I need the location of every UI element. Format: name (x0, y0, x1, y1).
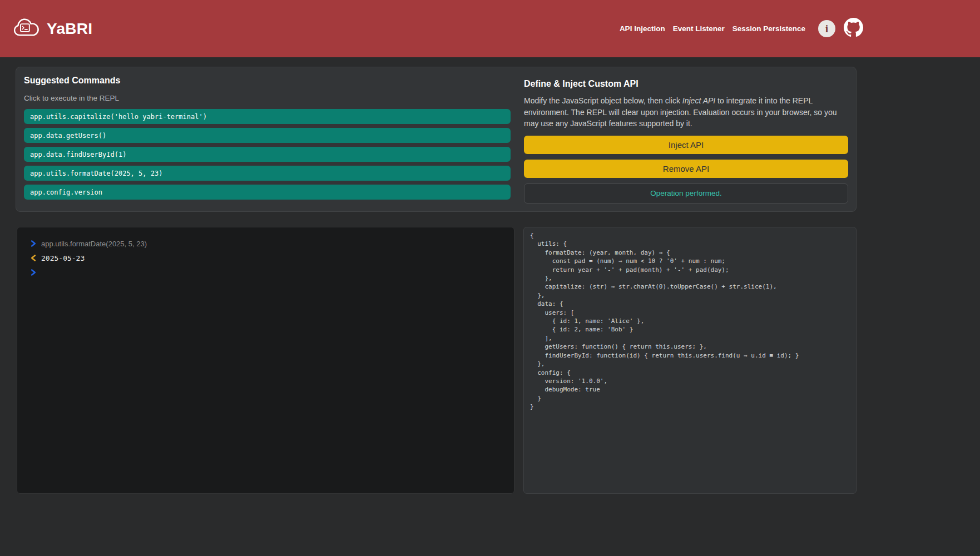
repl-terminal[interactable]: app.utils.formatDate(2025, 5, 23) 2025-0… (17, 227, 514, 494)
command-button-find-user[interactable]: app.data.findUserById(1) (24, 147, 511, 162)
suggested-commands-subtitle: Click to execute in the REPL (24, 93, 511, 104)
command-button-capitalize[interactable]: app.utils.capitalize('hello yabri-termin… (24, 109, 511, 124)
github-icon (844, 18, 863, 39)
command-button-format-date[interactable]: app.utils.formatDate(2025, 5, 23) (24, 166, 511, 181)
command-list: app.utils.capitalize('hello yabri-termin… (24, 109, 511, 200)
repl-result-text: 2025-05-23 (41, 254, 85, 262)
suggested-commands-title: Suggested Commands (24, 75, 511, 86)
code-line[interactable]: return year + '-' + pad(month) + '-' + p… (530, 266, 850, 274)
app-header: YaBRI API Injection Event Listener Sessi… (0, 0, 980, 57)
command-button-version[interactable]: app.config.version (24, 185, 511, 200)
nav-links: API Injection Event Listener Session Per… (620, 24, 805, 33)
code-line[interactable]: { id: 2, name: 'Bob' } (530, 325, 850, 334)
code-line[interactable]: const pad = (num) ⇒ num < 10 ? '0' + num… (530, 257, 850, 265)
remove-api-button[interactable]: Remove API (524, 160, 848, 178)
code-line[interactable]: } (530, 394, 850, 403)
api-panel: Define & Inject Custom API Modify the Ja… (524, 75, 848, 203)
nav-link-event-listener[interactable]: Event Listener (673, 24, 725, 33)
code-line[interactable]: { id: 1, name: 'Alice' }, (530, 317, 850, 325)
code-line[interactable]: debugMode: true (530, 385, 850, 394)
nav-link-api-injection[interactable]: API Injection (620, 24, 665, 33)
code-line[interactable]: getUsers: function() { return this.users… (530, 342, 850, 351)
code-line[interactable]: users: [ (530, 309, 850, 317)
info-button[interactable]: i (818, 20, 835, 37)
header-right: API Injection Event Listener Session Per… (620, 18, 863, 39)
code-line[interactable]: } (530, 403, 850, 411)
code-line[interactable]: formatDate: (year, month, day) ⇒ { (530, 249, 850, 257)
brand-title: YaBRI (47, 20, 92, 38)
top-card: Suggested Commands Click to execute in t… (16, 67, 857, 212)
suggested-commands-panel: Suggested Commands Click to execute in t… (24, 75, 511, 203)
repl-echo-text: app.utils.formatDate(2025, 5, 23) (41, 240, 147, 248)
inject-api-button[interactable]: Inject API (524, 136, 848, 154)
api-panel-title: Define & Inject Custom API (524, 78, 848, 90)
api-desc-em: Inject API (682, 96, 715, 105)
repl-history-output-line: 2025-05-23 (31, 251, 501, 265)
info-icon: i (825, 24, 828, 34)
code-line[interactable]: { (530, 231, 850, 240)
code-line[interactable]: capitalize: (str) ⇒ str.charAt(0).toUppe… (530, 282, 850, 291)
code-line[interactable]: data: { (530, 300, 850, 308)
prompt-in-icon (31, 240, 36, 247)
prompt-current-icon (31, 269, 36, 276)
code-line[interactable]: ], (530, 334, 850, 342)
code-line[interactable]: }, (530, 291, 850, 300)
code-line[interactable]: utils: { (530, 240, 850, 248)
repl-history-input-line: app.utils.formatDate(2025, 5, 23) (31, 236, 501, 251)
prompt-out-icon (31, 254, 36, 262)
command-button-get-users[interactable]: app.data.getUsers() (24, 128, 511, 143)
code-line[interactable]: findUserById: function(id) { return this… (530, 351, 850, 360)
code-line[interactable]: config: { (530, 369, 850, 377)
api-code-editor[interactable]: { utils: { formatDate: (year, month, day… (523, 227, 857, 494)
repl-input-line[interactable] (31, 265, 501, 280)
code-line[interactable]: }, (530, 360, 850, 368)
brand: YaBRI (12, 17, 92, 41)
cloud-terminal-logo-icon (12, 17, 40, 41)
code-line[interactable]: version: '1.0.0', (530, 377, 850, 385)
status-box: Operation performed. (524, 183, 848, 203)
api-panel-description: Modify the JavaScript object below, then… (524, 95, 848, 130)
api-desc-pre: Modify the JavaScript object below, then… (524, 96, 682, 105)
status-message: Operation performed. (650, 189, 721, 197)
code-line[interactable]: }, (530, 274, 850, 282)
github-link[interactable] (844, 18, 863, 39)
nav-link-session-persistence[interactable]: Session Persistence (732, 24, 805, 33)
